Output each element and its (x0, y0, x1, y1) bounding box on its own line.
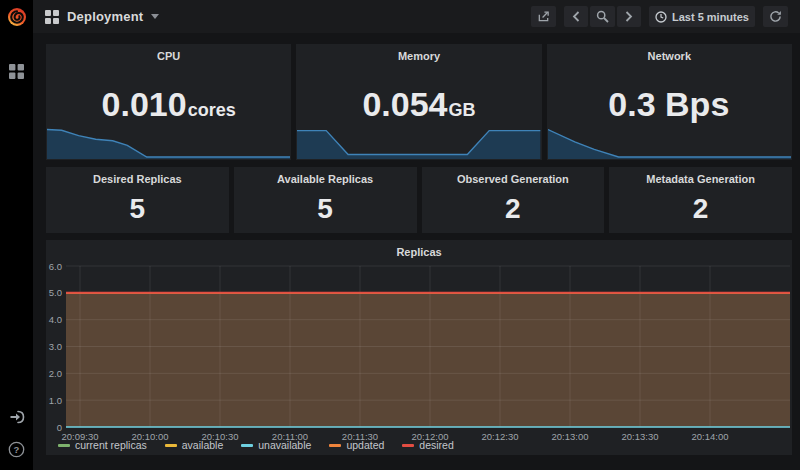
network-value: 0.3 Bps (547, 85, 792, 124)
refresh-icon (769, 10, 782, 23)
replicas-chart[interactable]: 6.05.04.03.02.01.0020:09:3020:10:0020:10… (46, 262, 792, 447)
panel-cpu: CPU 0.010cores (46, 44, 291, 160)
panel-title[interactable]: Available Replicas (234, 167, 417, 185)
panel-title[interactable]: Replicas (46, 240, 792, 258)
share-button[interactable] (531, 6, 556, 27)
clock-icon (655, 11, 667, 23)
login-arrow-icon (9, 409, 25, 425)
x-axis-label: 20:14:00 (692, 431, 729, 442)
legend-item-updated[interactable]: updated (329, 439, 384, 451)
top-stats-row: CPU 0.010cores Memory 0.054GB Network 0.… (46, 44, 792, 160)
panel-title[interactable]: Memory (296, 44, 541, 62)
time-forward-button[interactable] (617, 6, 641, 27)
panel-desired-replicas: Desired Replicas 5 (46, 167, 229, 233)
legend-label: updated (346, 439, 384, 451)
memory-value: 0.054GB (296, 85, 541, 124)
legend-swatch (241, 444, 253, 447)
share-icon (537, 10, 550, 23)
y-axis-label: 6.0 (49, 262, 62, 272)
legend-item-unavailable[interactable]: unavailable (241, 439, 311, 451)
chevron-left-icon (572, 11, 580, 22)
chevron-right-icon (625, 11, 633, 22)
y-axis-label: 3.0 (49, 341, 62, 352)
legend-item-current-replicas[interactable]: current replicas (58, 439, 147, 451)
dashboard-grid-icon (45, 10, 59, 24)
stat-value: 2 (609, 193, 792, 225)
legend-label: available (182, 439, 223, 451)
dashboard-picker[interactable]: Deployment (45, 9, 159, 24)
sidebar: ? (0, 0, 33, 470)
legend-swatch (58, 444, 70, 447)
y-axis-label: 2.0 (49, 368, 62, 379)
panel-available-replicas: Available Replicas 5 (234, 167, 417, 233)
panel-title[interactable]: Observed Generation (422, 167, 605, 185)
legend-item-available[interactable]: available (165, 439, 223, 451)
cpu-sparkline (47, 121, 290, 159)
time-back-button[interactable] (564, 6, 588, 27)
panel-network: Network 0.3 Bps (547, 44, 792, 160)
y-axis-label: 4.0 (49, 314, 62, 325)
zoom-out-button[interactable] (590, 6, 615, 27)
help-icon[interactable]: ? (0, 436, 33, 462)
y-axis-label: 5.0 (49, 287, 62, 298)
time-nav-group (564, 6, 641, 27)
network-sparkline (548, 121, 791, 159)
question-circle-icon: ? (8, 441, 25, 458)
legend-label: unavailable (258, 439, 311, 451)
sidebar-dashboards-icon[interactable] (0, 58, 33, 84)
stat-value: 5 (234, 193, 417, 225)
y-axis-label: 1.0 (49, 395, 62, 406)
panel-memory: Memory 0.054GB (296, 44, 541, 160)
magnifier-icon (596, 10, 609, 23)
svg-text:?: ? (14, 444, 20, 455)
panel-title[interactable]: Desired Replicas (46, 167, 229, 185)
chevron-down-icon (151, 14, 159, 19)
grafana-flame-icon (6, 6, 28, 28)
panel-title[interactable]: CPU (46, 44, 291, 62)
grafana-logo[interactable] (0, 0, 33, 33)
panel-replicas-graph: Replicas 6.05.04.03.02.01.0020:09:3020:1… (46, 240, 792, 455)
legend-swatch (402, 444, 414, 447)
refresh-button[interactable] (763, 6, 788, 27)
grid-icon (9, 64, 24, 79)
sign-in-icon[interactable] (0, 404, 33, 430)
x-axis-label: 20:13:30 (622, 431, 659, 442)
legend-label: current replicas (75, 439, 147, 451)
panel-title[interactable]: Metadata Generation (609, 167, 792, 185)
chart-legend: current replicasavailableunavailableupda… (58, 439, 454, 451)
time-range-button[interactable]: Last 5 minutes (649, 6, 755, 27)
stat-value: 2 (422, 193, 605, 225)
dashboard-title[interactable]: Deployment (67, 9, 143, 24)
cpu-value: 0.010cores (46, 85, 291, 124)
panel-observed-generation: Observed Generation 2 (422, 167, 605, 233)
stat-value: 5 (46, 193, 229, 225)
x-axis-label: 20:13:00 (552, 431, 589, 442)
top-navbar: Deployment (33, 0, 800, 33)
memory-sparkline (297, 121, 540, 159)
x-axis-label: 20:12:30 (482, 431, 519, 442)
panel-metadata-generation: Metadata Generation 2 (609, 167, 792, 233)
legend-item-desired[interactable]: desired (402, 439, 453, 451)
time-range-label: Last 5 minutes (672, 11, 749, 23)
replica-stats-row: Desired Replicas 5 Available Replicas 5 … (46, 167, 792, 233)
legend-swatch (329, 444, 341, 447)
legend-label: desired (419, 439, 453, 451)
panel-title[interactable]: Network (547, 44, 792, 62)
dashboard-area: CPU 0.010cores Memory 0.054GB Network 0.… (46, 44, 792, 455)
legend-swatch (165, 444, 177, 447)
